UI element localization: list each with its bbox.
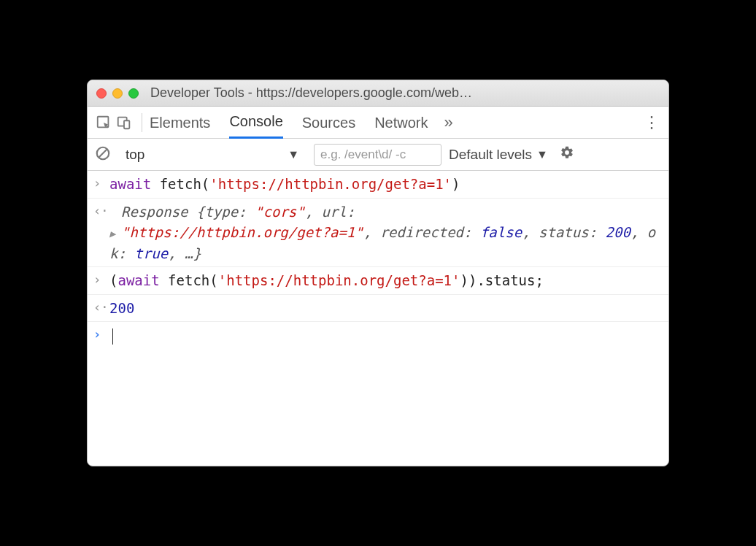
function-name: fetch bbox=[160, 176, 201, 192]
prompt-chevron-icon: › bbox=[93, 325, 109, 346]
maximize-icon[interactable] bbox=[128, 88, 139, 99]
expand-icon[interactable]: ▶ bbox=[109, 226, 120, 242]
console-input-row[interactable]: › (await fetch('https://httpbin.org/get?… bbox=[88, 267, 668, 295]
console-input-row[interactable]: › await fetch('https://httpbin.org/get?a… bbox=[88, 171, 668, 199]
svg-rect-2 bbox=[124, 120, 129, 128]
tab-network[interactable]: Network bbox=[374, 107, 428, 138]
gear-icon[interactable] bbox=[560, 145, 574, 164]
console-toolbar: top ▼ e.g. /event\d/ -c Default levels ▼ bbox=[88, 139, 668, 171]
console-output-row[interactable]: ‹· ▶Response {type: "cors", url: ▶"https… bbox=[88, 199, 668, 268]
minimize-icon[interactable] bbox=[112, 88, 123, 99]
text-cursor bbox=[112, 328, 113, 345]
filter-placeholder: e.g. /event\d/ -c bbox=[320, 147, 406, 162]
input-chevron-icon: › bbox=[93, 174, 109, 195]
tabs: Elements Console Sources Network bbox=[150, 106, 428, 139]
close-icon[interactable] bbox=[96, 88, 107, 99]
svg-line-4 bbox=[99, 149, 107, 157]
number-literal: 200 bbox=[109, 300, 134, 316]
tab-elements[interactable]: Elements bbox=[150, 107, 210, 138]
devtools-window: Developer Tools - https://developers.goo… bbox=[87, 80, 669, 466]
inspect-element-icon[interactable] bbox=[93, 115, 114, 131]
tab-sources[interactable]: Sources bbox=[302, 107, 355, 138]
object-class: Response bbox=[121, 204, 188, 220]
window-title: Developer Tools - https://developers.goo… bbox=[150, 85, 660, 101]
console-output-row[interactable]: ‹· 200 bbox=[88, 295, 668, 323]
input-chevron-icon: › bbox=[93, 270, 109, 291]
context-value: top bbox=[126, 147, 144, 163]
devtools-tab-bar: Elements Console Sources Network » ⋮ bbox=[88, 107, 668, 139]
chevron-down-icon: ▼ bbox=[536, 148, 548, 161]
clear-console-icon[interactable] bbox=[95, 145, 111, 164]
string-literal: 'https://httpbin.org/get?a=1' bbox=[209, 176, 452, 192]
titlebar[interactable]: Developer Tools - https://developers.goo… bbox=[88, 80, 668, 107]
traffic-lights bbox=[96, 88, 139, 99]
levels-label: Default levels bbox=[449, 147, 532, 163]
output-chevron-icon: ‹· bbox=[93, 298, 109, 319]
tab-console[interactable]: Console bbox=[229, 106, 282, 139]
log-levels-selector[interactable]: Default levels ▼ bbox=[449, 147, 548, 163]
keyword: await bbox=[109, 176, 151, 192]
console-prompt[interactable]: › bbox=[88, 322, 668, 349]
chevron-down-icon: ▼ bbox=[288, 148, 299, 161]
console-output[interactable]: › await fetch('https://httpbin.org/get?a… bbox=[88, 171, 668, 466]
divider bbox=[142, 113, 142, 132]
kebab-menu-icon[interactable]: ⋮ bbox=[644, 113, 663, 132]
output-chevron-icon: ‹· bbox=[93, 201, 109, 264]
context-selector[interactable]: top ▼ bbox=[118, 144, 306, 166]
device-toolbar-icon[interactable] bbox=[114, 115, 134, 131]
more-tabs-icon[interactable]: » bbox=[444, 113, 453, 132]
filter-input[interactable]: e.g. /event\d/ -c bbox=[314, 144, 441, 166]
